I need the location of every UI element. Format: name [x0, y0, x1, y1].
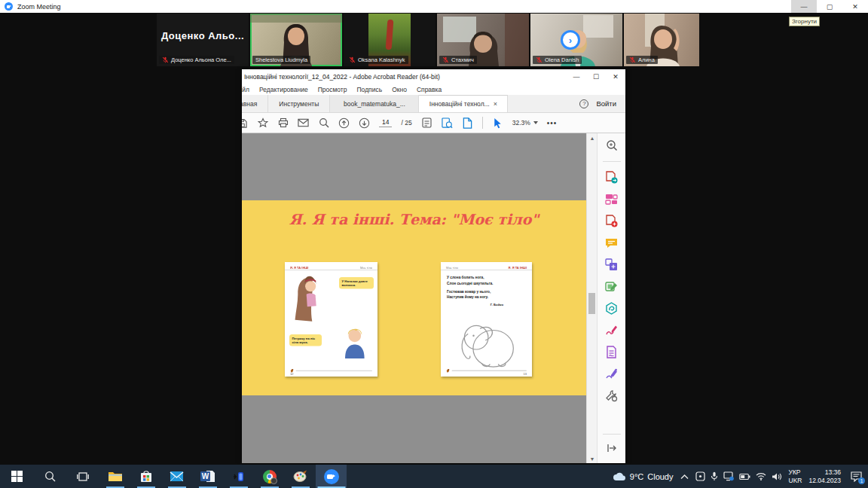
cloud-icon [613, 472, 626, 481]
taskbar-usb-device[interactable] [223, 465, 254, 488]
language-indicator[interactable]: УКР UKR [789, 468, 802, 484]
help-icon[interactable]: ? [579, 99, 588, 108]
taskbar-chrome[interactable] [254, 465, 285, 488]
taskbar-zoom[interactable] [316, 465, 347, 488]
taskbar-paint[interactable] [285, 465, 316, 488]
close-button[interactable]: ✕ [606, 69, 625, 84]
toolbar-more-icon[interactable]: ••• [547, 119, 558, 127]
microphone-icon[interactable] [711, 471, 718, 481]
certificates-icon[interactable] [604, 366, 619, 381]
taskbar-search-button[interactable] [33, 465, 66, 488]
print-icon[interactable] [277, 117, 289, 129]
participant-tile-shelestova[interactable]: Shelestova Liudmyla [250, 14, 342, 66]
participant-name-label: Доценко Альона Оле... [159, 56, 234, 64]
page-footer [446, 368, 527, 373]
fill-sign-icon[interactable] [604, 322, 619, 337]
elephant-illustration [454, 315, 518, 371]
page-header: Моє тіло Я. Я ТА ІНШІ [441, 262, 532, 270]
export-pdf-icon[interactable] [604, 169, 619, 185]
volume-icon[interactable] [772, 472, 782, 481]
participant-tile-dotsenko[interactable]: Доценко Альо... Доценко Альона Оле... [157, 14, 249, 66]
action-center-button[interactable]: 1 [851, 471, 862, 482]
combine-files-icon[interactable] [604, 257, 619, 272]
zoom-level-dropdown[interactable]: 32.3% [512, 119, 538, 127]
acrobat-titlebar: Інноваційні технології_12_04_2022 - Adob… [242, 69, 625, 84]
muted-mic-icon [536, 56, 542, 63]
create-pdf-icon[interactable] [604, 213, 619, 228]
close-tab-icon[interactable]: × [494, 100, 497, 108]
page-display-icon[interactable] [421, 117, 432, 129]
store-icon [139, 470, 153, 483]
tray-app-icon[interactable] [695, 471, 705, 481]
comment-icon[interactable] [604, 235, 619, 250]
email-icon[interactable] [298, 117, 309, 129]
marquee-zoom-icon[interactable] [442, 117, 453, 129]
textbook-page-13: Моє тіло Я. Я ТА ІНШІ У слона болить ног… [441, 262, 532, 377]
weather-widget[interactable]: 9°C Cloudy [613, 472, 674, 481]
maximize-button[interactable]: ▢ [817, 0, 842, 13]
next-participants-button[interactable]: › [561, 30, 580, 50]
menu-sign[interactable]: Подпись [357, 86, 383, 93]
menu-view[interactable]: Просмотр [318, 86, 347, 93]
minimize-button[interactable]: — [791, 0, 817, 13]
desktop-screen: Zoom Meeting — ▢ ✕ Доценко Альо... Доцен… [0, 0, 868, 488]
scroll-up-icon[interactable]: ▲ [587, 133, 598, 142]
expand-panel-icon[interactable] [604, 441, 619, 456]
girl-illustration [289, 274, 330, 323]
single-page-icon[interactable] [462, 117, 473, 129]
tab-document-innovatsiini[interactable]: Інноваційні технол... × [419, 95, 508, 112]
select-tool-icon[interactable] [492, 117, 503, 129]
tab-home[interactable]: Главная [242, 95, 268, 112]
taskbar-word[interactable]: W [192, 465, 223, 488]
menu-file[interactable]: Файл [242, 86, 249, 93]
chevron-down-icon [533, 121, 538, 124]
request-signatures-icon[interactable] [604, 344, 619, 359]
taskbar-file-explorer[interactable] [99, 465, 130, 488]
taskbar-microsoft-store[interactable] [130, 465, 161, 488]
edit-pdf-icon[interactable] [604, 279, 619, 294]
maximize-button[interactable]: ☐ [586, 69, 606, 84]
close-button[interactable]: ✕ [842, 0, 868, 13]
minimize-button[interactable]: — [567, 69, 586, 84]
word-icon: W [200, 470, 215, 483]
windows-taskbar: W 9 [0, 465, 868, 488]
clock[interactable]: 13:36 12.04.2023 [808, 468, 841, 484]
tab-document-matematuka[interactable]: book_matematuka_... [330, 95, 419, 112]
tab-tools[interactable]: Инструменты [268, 95, 330, 112]
task-view-button[interactable] [66, 465, 99, 488]
zoom-window-controls: — ▢ ✕ [791, 0, 868, 13]
page-number-input[interactable]: 14 [379, 118, 392, 127]
tray-chevron-icon[interactable] [680, 474, 689, 480]
menu-window[interactable]: Окно [392, 86, 407, 93]
chrome-icon [263, 470, 277, 483]
star-icon[interactable] [257, 117, 268, 129]
more-tools-icon[interactable] [604, 388, 619, 403]
acrobat-services-icon[interactable] [604, 300, 619, 316]
mail-icon [170, 471, 184, 482]
system-tray [695, 471, 782, 481]
find-icon[interactable] [318, 117, 329, 129]
acrobat-window-controls: — ☐ ✕ [567, 69, 625, 84]
usb-device-icon [232, 471, 246, 483]
file-explorer-icon [108, 471, 123, 483]
wifi-icon[interactable] [756, 472, 766, 480]
scrollbar-thumb[interactable] [588, 293, 595, 314]
start-button[interactable] [0, 465, 33, 488]
participant-tile-kalashnyk[interactable]: Oksana Kalashnyk [344, 14, 436, 66]
organize-pages-icon[interactable] [604, 191, 619, 206]
pc-status-icon[interactable] [723, 471, 734, 481]
sign-in-button[interactable]: Войти [596, 99, 616, 108]
battery-icon[interactable] [739, 473, 750, 480]
page-number: 13 [524, 373, 527, 377]
menu-help[interactable]: Справка [417, 86, 442, 93]
page-up-icon[interactable] [338, 117, 350, 129]
participant-tile-stakhmych[interactable]: Стахмич [437, 14, 529, 66]
zoom-search-icon[interactable] [604, 138, 619, 153]
menu-edit[interactable]: Редактирование [259, 86, 308, 93]
taskbar-mail[interactable] [161, 465, 192, 488]
participant-tile-alina[interactable]: Алина [624, 14, 699, 66]
scroll-down-icon[interactable]: ▼ [587, 454, 598, 463]
page-down-icon[interactable] [359, 117, 370, 129]
vertical-scrollbar[interactable]: ▲ ▼ [586, 133, 597, 463]
save-icon[interactable] [242, 117, 248, 129]
